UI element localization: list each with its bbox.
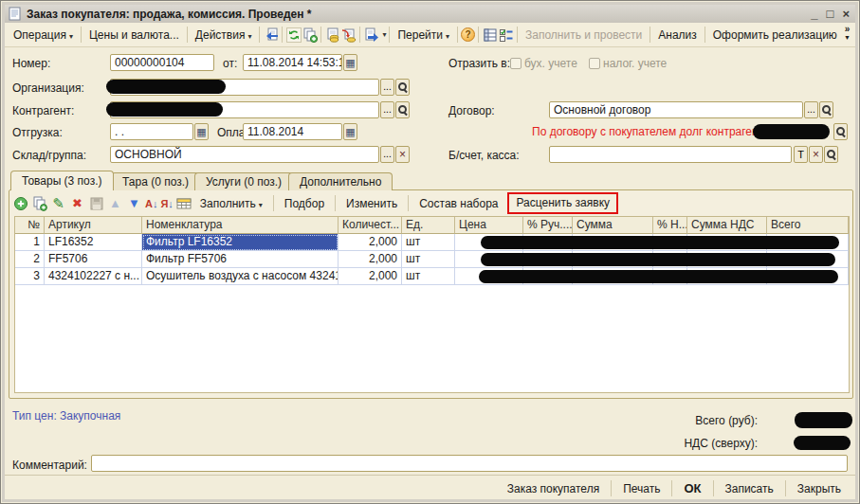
debt-open-button[interactable]: [833, 123, 848, 140]
comment-field[interactable]: [91, 455, 848, 472]
organization-open-button[interactable]: [395, 79, 410, 96]
shipment-date-field[interactable]: . .: [110, 123, 193, 140]
edit-row-icon[interactable]: ✎: [50, 195, 66, 211]
date-field[interactable]: 11.08.2014 14:53:10: [243, 54, 342, 71]
close-form-button[interactable]: Закрыть: [789, 479, 850, 498]
operation-menu[interactable]: Операция▾: [9, 27, 78, 44]
chevron-down-icon[interactable]: ▾: [382, 30, 386, 39]
fill-and-post-button[interactable]: Заполнить и провести: [521, 27, 647, 44]
move-down-icon[interactable]: ▼: [126, 195, 142, 211]
copy-row-icon[interactable]: [31, 195, 47, 211]
titlebar[interactable]: Заказ покупателя: продажа, комиссия. Про…: [5, 5, 857, 23]
cell-quantity[interactable]: 2,000: [339, 268, 402, 285]
column-header-nomenclature[interactable]: Номенклатура: [142, 217, 339, 234]
payment-calendar-button[interactable]: ▦: [343, 123, 357, 140]
save-settings-icon[interactable]: [88, 195, 104, 211]
move-up-icon[interactable]: ▲: [107, 195, 123, 211]
cell-nomenclature[interactable]: Фильтр FF5706: [142, 251, 339, 268]
fields-settings-icon[interactable]: [498, 27, 514, 43]
cell-article[interactable]: LF16352: [45, 234, 142, 251]
fill-table-icon[interactable]: [176, 195, 192, 211]
organization-select-button[interactable]: ...: [380, 79, 394, 96]
sort-ascending-icon[interactable]: А↓: [145, 198, 157, 209]
bank-account-field[interactable]: [549, 146, 792, 163]
contract-open-button[interactable]: [819, 101, 833, 118]
column-header-unit[interactable]: Ед.: [402, 217, 455, 234]
tab-goods[interactable]: Товары (3 поз.): [10, 171, 114, 190]
cell-nomenclature[interactable]: Осушитель воздуха с насосом 43241...: [142, 268, 339, 285]
shipment-calendar-button[interactable]: ▦: [194, 123, 209, 140]
cell-num[interactable]: 2: [15, 251, 45, 268]
payment-date-field[interactable]: 11.08.2014: [243, 123, 342, 140]
bank-account-text-button[interactable]: Т: [794, 146, 808, 163]
actions-menu[interactable]: Действия▾: [191, 27, 257, 44]
add-row-icon[interactable]: [12, 195, 28, 211]
bank-account-clear-button[interactable]: ×: [809, 146, 823, 163]
warehouse-select-button[interactable]: ...: [380, 146, 394, 163]
cell-num[interactable]: 3: [15, 268, 45, 285]
maximize-button[interactable]: □: [827, 8, 834, 21]
tax-checkbox[interactable]: [589, 58, 600, 69]
column-header-total[interactable]: Всего: [767, 217, 849, 234]
cell-quantity[interactable]: 2,000: [339, 234, 402, 251]
column-header-num[interactable]: №: [15, 217, 45, 234]
toolbar-overflow[interactable]: » ▼: [844, 25, 851, 42]
update-prices-icon[interactable]: [340, 27, 357, 43]
column-header-quantity[interactable]: Количест...: [339, 217, 402, 234]
customer-order-button[interactable]: Заказ покупателя: [499, 479, 608, 498]
cell-unit[interactable]: шт: [402, 251, 455, 268]
prices-currency-button[interactable]: Цены и валюта...: [84, 27, 184, 44]
price-type-link[interactable]: Тип цен: Закупочная: [12, 409, 120, 423]
bank-account-open-button[interactable]: [824, 146, 838, 163]
help-icon[interactable]: ?: [461, 27, 475, 42]
cell-nomenclature-selected[interactable]: Фильтр LF16352: [142, 234, 339, 251]
column-header-sum[interactable]: Сумма: [573, 217, 653, 234]
pick-button[interactable]: Подбор: [280, 195, 329, 212]
kit-content-button[interactable]: Состав набора: [414, 195, 503, 212]
fill-menu[interactable]: Заполнить▾: [195, 195, 267, 212]
go-document-icon[interactable]: [363, 27, 379, 43]
column-header-manual-discount[interactable]: % Руч....: [523, 217, 573, 234]
cell-article[interactable]: 4324102227 с н...: [45, 268, 142, 285]
make-sale-button[interactable]: Оформить реализацию: [708, 27, 842, 44]
accounting-checkbox[interactable]: [510, 58, 521, 69]
tab-additional[interactable]: Дополнительно: [288, 172, 393, 190]
cell-quantity[interactable]: 2,000: [339, 251, 402, 268]
price-request-button-annotation[interactable]: Расценить заявку: [507, 192, 618, 214]
write-button[interactable]: Записать: [717, 479, 782, 498]
warehouse-clear-button[interactable]: ×: [395, 146, 410, 163]
cell-unit[interactable]: шт: [402, 234, 455, 251]
contract-select-button[interactable]: ...: [804, 101, 818, 118]
refresh-icon[interactable]: [285, 27, 302, 43]
overflow-icon[interactable]: »: [845, 25, 851, 33]
cell-unit[interactable]: шт: [402, 268, 455, 285]
contract-field[interactable]: Основной договор: [549, 101, 803, 118]
copy-add-icon[interactable]: [302, 27, 318, 43]
price-request-button[interactable]: Расценить заявку: [516, 196, 610, 209]
minimize-button[interactable]: _: [811, 8, 817, 21]
cell-num[interactable]: 1: [15, 234, 45, 251]
delete-row-icon[interactable]: ✖: [69, 195, 85, 211]
column-header-article[interactable]: Артикул: [45, 217, 142, 234]
date-calendar-button[interactable]: ▦: [343, 54, 357, 71]
chevron-down-icon[interactable]: ▼: [844, 33, 851, 42]
tab-services[interactable]: Услуги (0 поз.): [194, 172, 293, 190]
warehouse-field[interactable]: ОСНОВНОЙ: [110, 146, 379, 163]
close-button[interactable]: ×: [842, 8, 850, 21]
counterparty-select-button[interactable]: ...: [380, 101, 394, 118]
list-settings-icon[interactable]: [482, 27, 498, 43]
ok-button[interactable]: ОК: [675, 478, 709, 498]
change-button[interactable]: Изменить: [341, 195, 402, 212]
counterparty-open-button[interactable]: [395, 101, 410, 118]
column-header-vat-sum[interactable]: Сумма НДС: [687, 217, 767, 234]
go-to-menu[interactable]: Перейти▾: [393, 27, 454, 44]
print-button[interactable]: Печать: [614, 479, 668, 498]
column-header-vat-percent[interactable]: % Н...: [653, 217, 687, 234]
cell-article[interactable]: FF5706: [45, 251, 142, 268]
tab-tare[interactable]: Тара (0 поз.): [111, 172, 200, 190]
analysis-button[interactable]: Анализ: [653, 27, 702, 44]
sort-descending-icon[interactable]: Я↓: [160, 198, 173, 209]
column-header-price[interactable]: Цена: [455, 217, 523, 234]
number-field[interactable]: 00000000104: [110, 54, 214, 71]
fill-by-prices-icon[interactable]: [324, 27, 340, 43]
